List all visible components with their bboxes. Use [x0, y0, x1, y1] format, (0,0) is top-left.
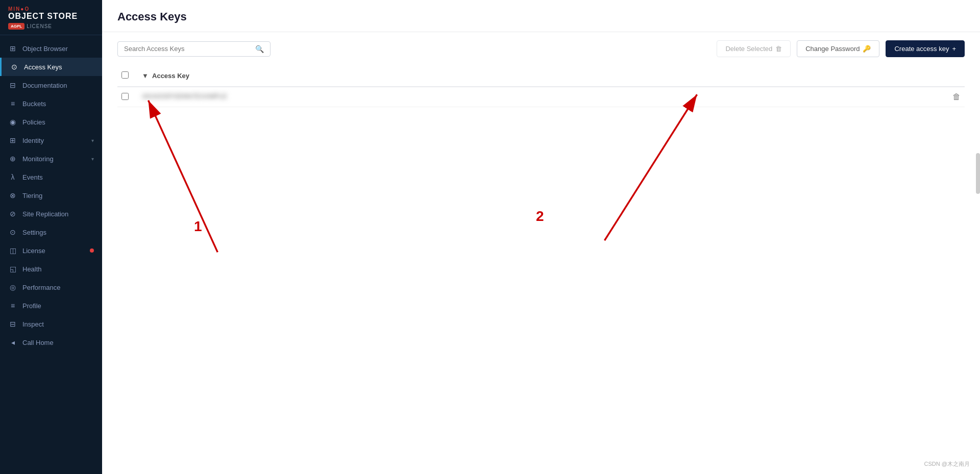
change-password-label: Change Password: [805, 45, 860, 53]
sidebar-label-license: License: [22, 247, 83, 255]
search-icon: 🔍: [255, 45, 264, 53]
toolbar: 🔍 Delete Selected 🗑 Change Password 🔑 Cr…: [102, 32, 980, 65]
access-key-header-label: Access Key: [152, 72, 189, 80]
logo-tagline: AGPL LICENSE: [8, 23, 94, 30]
plus-icon: +: [952, 45, 956, 53]
sidebar-label-performance: Performance: [22, 284, 94, 291]
sidebar-label-events: Events: [22, 173, 94, 181]
access-keys-icon: ⊙: [10, 63, 19, 71]
sidebar: MIN●O OBJECT STORE AGPL LICENSE ⊞Object …: [0, 0, 102, 474]
sidebar-item-call-home[interactable]: ◂Call Home: [0, 333, 102, 352]
sidebar-item-identity[interactable]: ⊞Identity▾: [0, 131, 102, 149]
sidebar-item-tiering[interactable]: ⊗Tiering: [0, 186, 102, 205]
license-icon: ◫: [8, 246, 17, 255]
license-dot: [90, 248, 94, 253]
sidebar-item-license[interactable]: ◫License: [0, 241, 102, 260]
access-key-cell: AKIAIOSFODNN7EXAMPLE 🗑: [138, 87, 965, 107]
search-box: 🔍: [117, 41, 271, 57]
sidebar-label-access-keys: Access Keys: [24, 63, 94, 71]
delete-row-icon[interactable]: 🗑: [952, 92, 961, 102]
monitoring-icon: ⊕: [8, 155, 17, 163]
sort-arrow-icon: ▼: [142, 72, 149, 80]
create-access-key-button[interactable]: Create access key +: [886, 40, 965, 57]
table-container: ▼ Access Key AKIAIOSFODNN7EXAMPLE 🗑: [102, 65, 980, 107]
watermark: CSDN @木之南月: [924, 460, 970, 468]
header-row: ▼ Access Key: [117, 65, 965, 87]
logo-product: OBJECT STORE: [8, 12, 94, 21]
table-row: AKIAIOSFODNN7EXAMPLE 🗑: [117, 87, 965, 107]
monitoring-chevron-icon: ▾: [91, 156, 94, 162]
logo-top: MIN●O: [8, 6, 94, 12]
change-password-button[interactable]: Change Password 🔑: [797, 40, 879, 57]
sidebar-label-identity: Identity: [22, 137, 86, 144]
policies-icon: ◉: [8, 118, 17, 126]
events-icon: λ: [8, 173, 17, 181]
delete-selected-button[interactable]: Delete Selected 🗑: [717, 40, 791, 57]
sidebar-item-health[interactable]: ◱Health: [0, 260, 102, 278]
annotation-overlay: [102, 65, 980, 474]
sidebar-label-site-replication: Site Replication: [22, 210, 94, 218]
sidebar-label-monitoring: Monitoring: [22, 155, 86, 163]
sidebar-logo: MIN●O OBJECT STORE AGPL LICENSE: [0, 0, 102, 35]
identity-chevron-icon: ▾: [91, 138, 94, 143]
sidebar-label-policies: Policies: [22, 118, 94, 126]
sidebar-item-buckets[interactable]: ≡Buckets: [0, 94, 102, 113]
svg-line-2: [149, 101, 218, 253]
documentation-icon: ⊟: [8, 81, 17, 89]
annotation-2: 2: [536, 208, 544, 224]
row-checkbox-cell: [117, 87, 138, 107]
sidebar-item-monitoring[interactable]: ⊕Monitoring▾: [0, 149, 102, 168]
call-home-icon: ◂: [8, 338, 17, 346]
table-body: AKIAIOSFODNN7EXAMPLE 🗑: [117, 87, 965, 107]
search-input[interactable]: [124, 45, 251, 53]
sidebar-label-tiering: Tiering: [22, 192, 94, 199]
health-icon: ◱: [8, 265, 17, 273]
key-icon: 🔑: [863, 45, 871, 53]
sidebar-label-call-home: Call Home: [22, 339, 94, 346]
sidebar-label-health: Health: [22, 265, 94, 273]
object-browser-icon: ⊞: [8, 44, 17, 53]
access-key-column-header[interactable]: ▼ Access Key: [138, 65, 965, 87]
select-all-checkbox[interactable]: [121, 71, 129, 79]
inspect-icon: ⊟: [8, 320, 17, 328]
sidebar-label-profile: Profile: [22, 302, 94, 310]
site-replication-icon: ⊘: [8, 210, 17, 218]
sidebar-item-policies[interactable]: ◉Policies: [0, 113, 102, 131]
settings-icon: ⊙: [8, 228, 17, 236]
agpl-badge: AGPL: [8, 23, 24, 30]
sidebar-item-profile[interactable]: ≡Profile: [0, 296, 102, 315]
logo-brand: MIN●O: [8, 6, 30, 12]
sidebar-item-documentation[interactable]: ⊟Documentation: [0, 76, 102, 94]
scrollbar-handle[interactable]: [976, 153, 980, 194]
annotation-1: 1: [194, 218, 202, 235]
checkbox-column-header: [117, 65, 138, 87]
sidebar-item-object-browser[interactable]: ⊞Object Browser: [0, 39, 102, 58]
delete-label: Delete Selected: [725, 45, 772, 53]
sidebar-item-access-keys[interactable]: ⊙Access Keys: [0, 58, 102, 76]
sidebar-label-buckets: Buckets: [22, 100, 94, 108]
sidebar-label-object-browser: Object Browser: [22, 45, 94, 53]
create-label: Create access key: [894, 45, 949, 53]
sidebar-item-events[interactable]: λEvents: [0, 168, 102, 186]
sidebar-item-site-replication[interactable]: ⊘Site Replication: [0, 205, 102, 223]
performance-icon: ◎: [8, 283, 17, 291]
table-header: ▼ Access Key: [117, 65, 965, 87]
sidebar-label-documentation: Documentation: [22, 82, 94, 89]
tiering-icon: ⊗: [8, 191, 17, 199]
sidebar-label-inspect: Inspect: [22, 320, 94, 328]
identity-icon: ⊞: [8, 136, 17, 144]
sidebar-label-settings: Settings: [22, 229, 94, 236]
profile-icon: ≡: [8, 302, 17, 310]
sidebar-item-inspect[interactable]: ⊟Inspect: [0, 315, 102, 333]
sidebar-item-performance[interactable]: ◎Performance: [0, 278, 102, 296]
delete-icon: 🗑: [775, 45, 782, 53]
license-label: LICENSE: [27, 23, 52, 29]
access-key-value: AKIAIOSFODNN7EXAMPLE: [142, 92, 227, 100]
row-checkbox[interactable]: [121, 93, 129, 100]
sidebar-navigation: ⊞Object Browser⊙Access Keys⊟Documentatio…: [0, 35, 102, 474]
sidebar-item-settings[interactable]: ⊙Settings: [0, 223, 102, 241]
annotation-container: ▼ Access Key AKIAIOSFODNN7EXAMPLE 🗑: [102, 65, 980, 474]
page-header: Access Keys: [102, 0, 980, 32]
access-keys-table: ▼ Access Key AKIAIOSFODNN7EXAMPLE 🗑: [117, 65, 965, 107]
buckets-icon: ≡: [8, 99, 17, 108]
